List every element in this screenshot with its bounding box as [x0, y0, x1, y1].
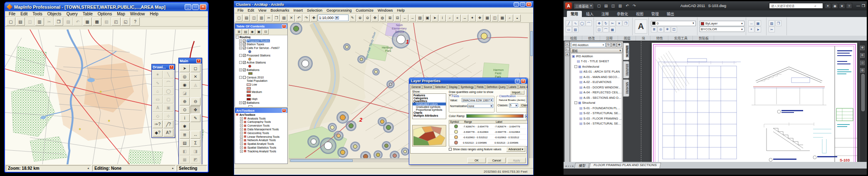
layer-row[interactable]: Total Population: [235, 79, 287, 83]
menu-item[interactable]: Help: [396, 8, 407, 12]
expand-icon[interactable]: +: [239, 101, 242, 104]
zoom-in-icon[interactable]: ⊕: [180, 98, 190, 105]
ok-button[interactable]: OK: [467, 158, 486, 163]
sheet-row[interactable]: ▣ IRD Addition: [571, 54, 622, 59]
menu-item[interactable]: Geoprocessing: [325, 8, 354, 12]
copy-icon[interactable]: ❐: [273, 15, 280, 22]
palette-titlebar[interactable]: ✕⊩≣: [564, 41, 570, 169]
info-icon[interactable]: i: [180, 114, 190, 122]
panel-label[interactable]: 图层: [619, 36, 636, 41]
expand-icon[interactable]: -: [239, 76, 242, 79]
copy-clip-icon[interactable]: ❐: [775, 20, 781, 26]
layer-checkbox[interactable]: [243, 101, 246, 104]
statistics-icon[interactable]: Σ: [190, 139, 200, 147]
toolbox-row[interactable]: + ▦ Cartography Tools: [235, 120, 287, 124]
menu-item[interactable]: Map: [115, 11, 127, 17]
minimize-button[interactable]: _: [514, 2, 519, 7]
new-grapher-icon[interactable]: ▧: [102, 17, 111, 26]
expand-icon[interactable]: +: [240, 117, 243, 120]
steering-wheel-icon[interactable]: ◍: [860, 68, 865, 73]
graduated-symbol[interactable]: [298, 56, 313, 71]
menu-item[interactable]: Edit: [18, 11, 30, 17]
graduated-symbol[interactable]: [320, 137, 336, 154]
layer-row[interactable]: + Battalions: [235, 101, 287, 105]
rotate-icon[interactable]: ↻: [603, 20, 609, 26]
workspace-combo[interactable]: 三维基础 ▼: [574, 3, 594, 9]
toolbox-row[interactable]: + ▦ Spatial Statistics Tools: [235, 146, 287, 149]
autohide-icon[interactable]: ⊩: [565, 47, 569, 51]
zoom-in-icon[interactable]: ⊕: [356, 15, 364, 22]
show-list-item[interactable]: Graduated colors: [413, 103, 446, 105]
expand-icon[interactable]: -: [574, 101, 577, 104]
quick-calc-icon[interactable]: ▦: [755, 20, 761, 26]
text-tool-icon[interactable]: A: [153, 104, 163, 112]
print-icon[interactable]: ▥: [35, 17, 44, 26]
symbol-tool-icon[interactable]: ✶: [153, 71, 163, 78]
graduated-symbol[interactable]: [390, 151, 400, 158]
ribbon-tab[interactable]: 输出: [663, 11, 678, 17]
editing-status[interactable]: Editing: None ▴: [92, 165, 176, 171]
sheet-row[interactable]: ▤ T-01 - TITLE SHEET: [571, 59, 622, 64]
layer-off-icon[interactable]: ◎: [658, 27, 664, 32]
graduated-symbol[interactable]: [290, 23, 302, 35]
expand-icon[interactable]: -: [239, 61, 242, 64]
layer-row[interactable]: + Proposed Routes: [235, 39, 287, 43]
help-icon[interactable]: ?: [846, 3, 852, 9]
layer-checkbox[interactable]: [243, 54, 246, 57]
exchange-icon[interactable]: ✦: [825, 3, 831, 9]
menu-item[interactable]: Table: [81, 11, 95, 17]
dialog-tab[interactable]: Labels: [507, 85, 518, 89]
maximize-button[interactable]: □: [192, 4, 199, 10]
graduated-symbol[interactable]: [334, 131, 344, 141]
hyperlink-icon[interactable]: ✦: [469, 15, 476, 22]
close-icon[interactable]: ✕: [196, 59, 201, 63]
cancel-button[interactable]: Cancel: [487, 158, 506, 163]
favorites-icon[interactable]: ★: [839, 3, 845, 9]
graduated-symbol[interactable]: [346, 120, 356, 131]
move-icon[interactable]: ✥: [596, 20, 602, 26]
undo-icon[interactable]: ↶: [295, 15, 302, 22]
layer-checkbox[interactable]: [243, 76, 246, 79]
identify-icon[interactable]: i: [439, 15, 446, 22]
zoom-status[interactable]: Zoom: 18.92 km ▴: [6, 165, 91, 171]
graduated-symbol[interactable]: [386, 80, 395, 88]
value-combo[interactable]: SMACrime E2W 13607 ▼: [462, 98, 493, 102]
help-search-box[interactable]: ⌕: [769, 3, 823, 9]
toolbox-row[interactable]: + ▦ Linear Referencing Tools: [235, 135, 287, 139]
last-layout-icon[interactable]: »: [571, 164, 574, 168]
measure-icon[interactable]: ↔: [461, 15, 468, 22]
dialog-tab[interactable]: General: [410, 85, 422, 89]
fixed-zoom-out-icon[interactable]: ⊟: [394, 15, 401, 22]
delete-icon[interactable]: ✕: [288, 15, 295, 22]
vertical-scrollbar[interactable]: ✥⊕◎◍: [860, 41, 866, 169]
graduated-symbol[interactable]: [382, 141, 391, 150]
rect-icon[interactable]: ▭: [566, 27, 572, 32]
class-row[interactable]: -7.826674 - -3.694779 -7.826674 - -3.694…: [449, 124, 527, 129]
open-icon[interactable]: ▤: [243, 15, 250, 22]
scale-combo[interactable]: 1:10,000 ▼: [318, 15, 349, 21]
expand-icon[interactable]: +: [239, 43, 242, 46]
trim-icon[interactable]: ✂: [609, 20, 616, 26]
show-list-item[interactable]: Proportional symbols: [413, 108, 446, 111]
ellipse-tool-icon[interactable]: ◯: [163, 87, 173, 95]
graduated-symbol[interactable]: [328, 123, 337, 132]
show-list-item[interactable]: Features: [413, 94, 446, 97]
redo-icon[interactable]: ↷: [303, 15, 310, 22]
autocad-drawing-area[interactable]: ✕⊩≣ IRD Addition ▼ ↻▤✚ 图纸 ▾: [564, 41, 867, 169]
class-row[interactable]: -3.694778 - -0.610964 -3.694778 - -0.610…: [449, 129, 527, 134]
extra-tool-icon[interactable]: ◒: [514, 15, 521, 22]
expand-icon[interactable]: +: [240, 124, 243, 127]
panel-label[interactable]: 修改: [583, 36, 600, 41]
sign-in-icon[interactable]: ◉: [832, 3, 838, 9]
layer-checkbox[interactable]: [243, 46, 246, 49]
layer-row[interactable]: [235, 105, 287, 107]
marquee-select-icon[interactable]: ◻: [190, 64, 200, 72]
dialog-tab[interactable]: Selection: [434, 85, 447, 89]
ribbon-tab[interactable]: 注释: [598, 11, 613, 17]
layer-checkbox[interactable]: [243, 39, 246, 42]
zoom-icon[interactable]: ⊕: [860, 53, 865, 58]
panel-label[interactable]: 剪贴板: [694, 36, 714, 41]
toolbox-row[interactable]: + ▦ Geocoding Tools: [235, 131, 287, 135]
undo-icon[interactable]: ↶: [624, 3, 631, 9]
ribbon-tab[interactable]: 插入: [582, 11, 597, 17]
